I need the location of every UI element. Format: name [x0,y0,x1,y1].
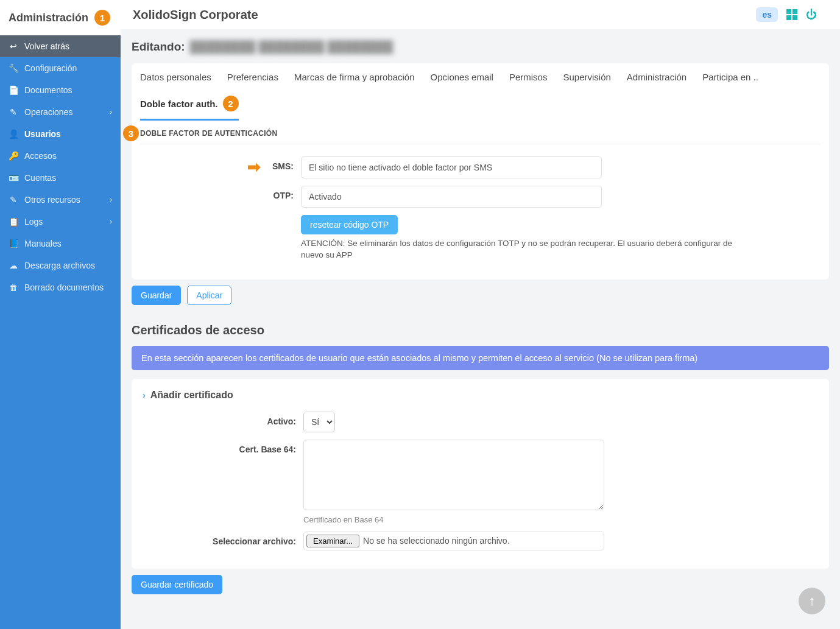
sidebar-item-operaciones[interactable]: ✎ Operaciones › [0,101,121,123]
row-otp: OTP: [144,186,817,208]
tab-marcas-firma[interactable]: Marcas de firma y aprobación [294,72,415,90]
sidebar-item-logs[interactable]: 📋 Logs › [0,211,121,233]
form-area: ➡ SMS: OTP: [140,144,821,261]
sidebar: Administración 1 ↩ Volver atrás 🔧 Config… [0,0,121,629]
sms-field[interactable] [301,156,602,178]
tab-opciones-email[interactable]: Opciones email [431,72,493,90]
edit-icon: ✎ [9,195,18,205]
apply-button[interactable]: Aplicar [187,286,231,305]
annotation-badge-1: 1 [94,10,110,26]
trash-icon: 🗑 [9,283,18,292]
sidebar-item-label: Configuración [24,63,77,73]
chevron-right-icon: › [110,195,112,204]
annotation-badge-3: 3 [123,125,139,141]
sidebar-item-cuentas[interactable]: 🪪 Cuentas [0,167,121,189]
row-activo: Activo: Sí [146,412,814,432]
sidebar-item-label: Usuarios [24,129,61,139]
tab-preferencias[interactable]: Preferencias [227,72,278,90]
tabs: Datos personales Preferencias Marcas de … [132,63,829,121]
cert-panel: › Añadir certificado Activo: Sí Cert. Ba… [132,379,829,569]
activo-select[interactable]: Sí [303,412,335,432]
editing-prefix: Editando: [132,40,185,54]
browse-button[interactable]: Examinar... [306,535,359,547]
row-reset-otp: resetear código OTP ATENCIÓN: Se elimina… [144,215,817,261]
tab-datos-personales[interactable]: Datos personales [140,72,211,90]
sidebar-header: Administración 1 [0,0,121,35]
sidebar-item-label: Logs [24,217,43,227]
arrow-right-icon: ➡ [247,158,261,177]
power-icon[interactable]: ⏻ [806,9,817,21]
sidebar-item-manuales[interactable]: 📘 Manuales [0,233,121,255]
sidebar-item-usuarios[interactable]: 👤 Usuarios [0,123,121,145]
sidebar-item-label: Cuentas [24,173,56,183]
topbar: XolidoSign Corporate es ⏻ [121,0,840,29]
sidebar-item-label: Manuales [24,239,62,248]
sidebar-item-back[interactable]: ↩ Volver atrás [0,35,121,57]
book-icon: 📘 [9,239,18,248]
edit-icon: ✎ [9,107,18,117]
apps-grid-icon[interactable] [786,9,797,20]
save-cert-row: Guardar certificado [132,575,829,594]
save-button[interactable]: Guardar [132,286,181,305]
panel-doble-factor: 3 DOBLE FACTOR DE AUTENTICACIÓN ➡ SMS: [132,121,829,279]
certs-section-title: Certificados de acceso [132,323,829,337]
sidebar-item-configuracion[interactable]: 🔧 Configuración [0,57,121,79]
file-label: Seleccionar archivo: [146,532,296,546]
row-sms: ➡ SMS: [144,156,817,178]
add-certificate-label: Añadir certificado [150,390,233,401]
cert-b64-label: Cert. Base 64: [146,440,296,454]
download-icon: ☁ [9,261,18,270]
file-picker[interactable]: Examinar... No se ha seleccionado ningún… [303,532,604,550]
wrench-icon: 🔧 [9,63,18,73]
tab-permisos[interactable]: Permisos [509,72,548,90]
key-icon: 🔑 [9,151,18,161]
file-icon: 📄 [9,85,18,95]
sidebar-item-otros-recursos[interactable]: ✎ Otros recursos › [0,189,121,211]
sidebar-nav: ↩ Volver atrás 🔧 Configuración 📄 Documen… [0,35,121,629]
chevron-right-icon: › [110,217,112,226]
sidebar-back-label: Volver atrás [24,41,69,51]
sms-label: ➡ SMS: [144,156,294,171]
content-area: Editando: ████████ ████████ ████████ Dat… [121,29,840,629]
scroll-top-button[interactable]: ↑ [799,588,825,614]
editing-heading: Editando: ████████ ████████ ████████ [132,29,829,63]
sidebar-item-documentos[interactable]: 📄 Documentos [0,79,121,101]
sidebar-item-label: Accesos [24,151,57,161]
save-apply-row: Guardar Aplicar [132,286,829,305]
reset-otp-button[interactable]: resetear código OTP [301,215,398,234]
activo-label: Activo: [146,412,296,426]
reply-icon: ↩ [9,41,18,51]
brand-title: XolidoSign Corporate [133,8,258,22]
chevron-right-icon: › [143,390,146,400]
sidebar-item-label: Documentos [24,85,72,95]
tab-supervision[interactable]: Supervisión [563,72,610,90]
chevron-right-icon: › [110,108,112,116]
arrow-up-icon: ↑ [809,593,816,609]
tab-administracion[interactable]: Administración [627,72,686,90]
tab-participa-en[interactable]: Participa en .. [702,72,758,90]
list-icon: 📋 [9,217,18,227]
add-certificate-toggle[interactable]: › Añadir certificado [143,390,818,401]
sidebar-item-descarga-archivos[interactable]: ☁ Descarga archivos [0,255,121,276]
sidebar-item-accesos[interactable]: 🔑 Accesos [0,145,121,167]
save-certificate-button[interactable]: Guardar certificado [132,575,222,594]
cert-b64-help: Certificado en Base 64 [303,515,608,524]
main: XolidoSign Corporate es ⏻ Editando: ████… [121,0,840,629]
editing-username: ████████ ████████ ████████ [190,40,394,54]
tab-doble-factor[interactable]: Doble factor auth. 2 [140,96,239,121]
row-file: Seleccionar archivo: Examinar... No se h… [146,532,814,550]
panel-head-title: DOBLE FACTOR DE AUTENTICACIÓN [140,129,277,138]
otp-label: OTP: [144,186,294,200]
cert-b64-textarea[interactable] [303,440,604,510]
admin-title: Administración [9,12,88,24]
sidebar-item-label: Descarga archivos [24,261,95,270]
sidebar-item-borrado-documentos[interactable]: 🗑 Borrado documentos [0,276,121,298]
file-none-text: No se ha seleccionado ningún archivo. [363,536,510,546]
row-cert-b64: Cert. Base 64: Certificado en Base 64 [146,440,814,524]
language-selector[interactable]: es [756,7,778,22]
otp-field[interactable] [301,186,602,208]
user-icon: 👤 [9,129,18,139]
otp-warning-text: ATENCIÓN: Se eliminarán los datos de con… [301,238,752,261]
panel-head: 3 DOBLE FACTOR DE AUTENTICACIÓN [140,121,821,144]
id-card-icon: 🪪 [9,173,18,183]
